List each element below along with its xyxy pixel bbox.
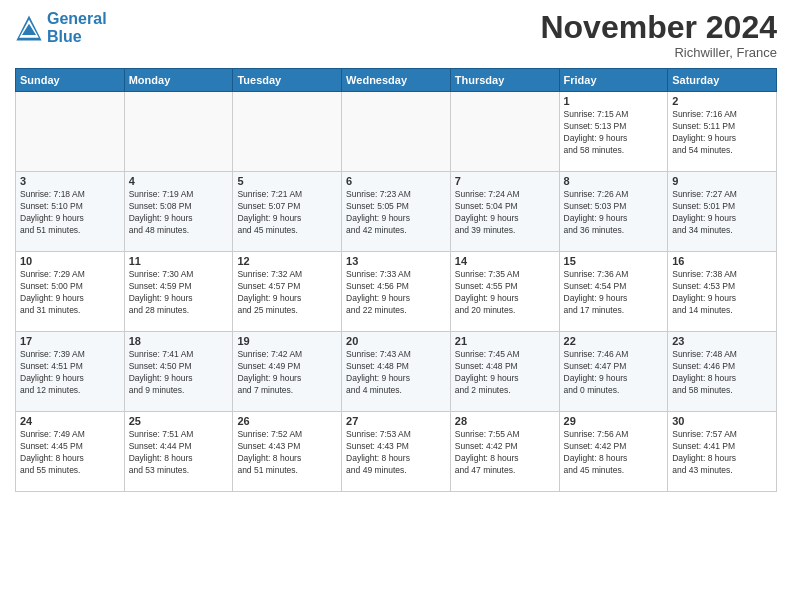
calendar-cell: 14Sunrise: 7:35 AM Sunset: 4:55 PM Dayli… [450, 252, 559, 332]
day-info: Sunrise: 7:39 AM Sunset: 4:51 PM Dayligh… [20, 349, 120, 397]
calendar-cell: 23Sunrise: 7:48 AM Sunset: 4:46 PM Dayli… [668, 332, 777, 412]
calendar-week-row: 10Sunrise: 7:29 AM Sunset: 5:00 PM Dayli… [16, 252, 777, 332]
calendar-cell: 8Sunrise: 7:26 AM Sunset: 5:03 PM Daylig… [559, 172, 668, 252]
calendar-cell: 3Sunrise: 7:18 AM Sunset: 5:10 PM Daylig… [16, 172, 125, 252]
calendar-cell: 21Sunrise: 7:45 AM Sunset: 4:48 PM Dayli… [450, 332, 559, 412]
calendar-cell: 17Sunrise: 7:39 AM Sunset: 4:51 PM Dayli… [16, 332, 125, 412]
day-info: Sunrise: 7:45 AM Sunset: 4:48 PM Dayligh… [455, 349, 555, 397]
logo-line1: General [47, 10, 107, 27]
calendar-cell: 30Sunrise: 7:57 AM Sunset: 4:41 PM Dayli… [668, 412, 777, 492]
day-info: Sunrise: 7:30 AM Sunset: 4:59 PM Dayligh… [129, 269, 229, 317]
day-number: 22 [564, 335, 664, 347]
day-number: 18 [129, 335, 229, 347]
day-number: 1 [564, 95, 664, 107]
calendar-week-row: 24Sunrise: 7:49 AM Sunset: 4:45 PM Dayli… [16, 412, 777, 492]
calendar-week-row: 3Sunrise: 7:18 AM Sunset: 5:10 PM Daylig… [16, 172, 777, 252]
calendar-cell: 11Sunrise: 7:30 AM Sunset: 4:59 PM Dayli… [124, 252, 233, 332]
day-info: Sunrise: 7:29 AM Sunset: 5:00 PM Dayligh… [20, 269, 120, 317]
day-number: 29 [564, 415, 664, 427]
day-number: 28 [455, 415, 555, 427]
weekday-header: Friday [559, 69, 668, 92]
day-info: Sunrise: 7:56 AM Sunset: 4:42 PM Dayligh… [564, 429, 664, 477]
day-info: Sunrise: 7:27 AM Sunset: 5:01 PM Dayligh… [672, 189, 772, 237]
logo-text: General Blue [47, 10, 107, 45]
day-number: 24 [20, 415, 120, 427]
day-info: Sunrise: 7:21 AM Sunset: 5:07 PM Dayligh… [237, 189, 337, 237]
calendar-cell: 24Sunrise: 7:49 AM Sunset: 4:45 PM Dayli… [16, 412, 125, 492]
calendar-cell: 10Sunrise: 7:29 AM Sunset: 5:00 PM Dayli… [16, 252, 125, 332]
weekday-header: Thursday [450, 69, 559, 92]
calendar-cell [450, 92, 559, 172]
day-info: Sunrise: 7:24 AM Sunset: 5:04 PM Dayligh… [455, 189, 555, 237]
day-number: 27 [346, 415, 446, 427]
calendar-week-row: 1Sunrise: 7:15 AM Sunset: 5:13 PM Daylig… [16, 92, 777, 172]
day-number: 4 [129, 175, 229, 187]
day-number: 6 [346, 175, 446, 187]
day-number: 9 [672, 175, 772, 187]
calendar-cell: 5Sunrise: 7:21 AM Sunset: 5:07 PM Daylig… [233, 172, 342, 252]
logo: General Blue [15, 10, 107, 45]
title-block: November 2024 Richwiller, France [540, 10, 777, 60]
day-number: 3 [20, 175, 120, 187]
day-info: Sunrise: 7:48 AM Sunset: 4:46 PM Dayligh… [672, 349, 772, 397]
calendar-cell: 27Sunrise: 7:53 AM Sunset: 4:43 PM Dayli… [342, 412, 451, 492]
day-number: 15 [564, 255, 664, 267]
day-info: Sunrise: 7:36 AM Sunset: 4:54 PM Dayligh… [564, 269, 664, 317]
weekday-header: Saturday [668, 69, 777, 92]
calendar-cell [16, 92, 125, 172]
calendar-cell [233, 92, 342, 172]
day-number: 21 [455, 335, 555, 347]
day-info: Sunrise: 7:23 AM Sunset: 5:05 PM Dayligh… [346, 189, 446, 237]
day-number: 30 [672, 415, 772, 427]
day-info: Sunrise: 7:52 AM Sunset: 4:43 PM Dayligh… [237, 429, 337, 477]
day-info: Sunrise: 7:19 AM Sunset: 5:08 PM Dayligh… [129, 189, 229, 237]
day-number: 7 [455, 175, 555, 187]
day-info: Sunrise: 7:33 AM Sunset: 4:56 PM Dayligh… [346, 269, 446, 317]
day-info: Sunrise: 7:18 AM Sunset: 5:10 PM Dayligh… [20, 189, 120, 237]
page: General Blue November 2024 Richwiller, F… [0, 0, 792, 612]
day-number: 11 [129, 255, 229, 267]
calendar-cell: 28Sunrise: 7:55 AM Sunset: 4:42 PM Dayli… [450, 412, 559, 492]
calendar-cell: 20Sunrise: 7:43 AM Sunset: 4:48 PM Dayli… [342, 332, 451, 412]
day-number: 13 [346, 255, 446, 267]
calendar-cell: 7Sunrise: 7:24 AM Sunset: 5:04 PM Daylig… [450, 172, 559, 252]
calendar-cell: 9Sunrise: 7:27 AM Sunset: 5:01 PM Daylig… [668, 172, 777, 252]
calendar-cell: 26Sunrise: 7:52 AM Sunset: 4:43 PM Dayli… [233, 412, 342, 492]
logo-icon [15, 14, 43, 42]
calendar-cell: 12Sunrise: 7:32 AM Sunset: 4:57 PM Dayli… [233, 252, 342, 332]
header: General Blue November 2024 Richwiller, F… [15, 10, 777, 60]
day-info: Sunrise: 7:35 AM Sunset: 4:55 PM Dayligh… [455, 269, 555, 317]
day-info: Sunrise: 7:41 AM Sunset: 4:50 PM Dayligh… [129, 349, 229, 397]
weekday-header: Sunday [16, 69, 125, 92]
calendar-cell: 18Sunrise: 7:41 AM Sunset: 4:50 PM Dayli… [124, 332, 233, 412]
weekday-header: Tuesday [233, 69, 342, 92]
day-info: Sunrise: 7:53 AM Sunset: 4:43 PM Dayligh… [346, 429, 446, 477]
calendar-cell: 13Sunrise: 7:33 AM Sunset: 4:56 PM Dayli… [342, 252, 451, 332]
day-number: 20 [346, 335, 446, 347]
day-number: 12 [237, 255, 337, 267]
logo-line2: Blue [47, 28, 107, 46]
calendar-cell: 4Sunrise: 7:19 AM Sunset: 5:08 PM Daylig… [124, 172, 233, 252]
day-number: 19 [237, 335, 337, 347]
day-number: 14 [455, 255, 555, 267]
location: Richwiller, France [540, 45, 777, 60]
calendar-cell: 25Sunrise: 7:51 AM Sunset: 4:44 PM Dayli… [124, 412, 233, 492]
day-info: Sunrise: 7:16 AM Sunset: 5:11 PM Dayligh… [672, 109, 772, 157]
day-number: 8 [564, 175, 664, 187]
calendar-cell: 1Sunrise: 7:15 AM Sunset: 5:13 PM Daylig… [559, 92, 668, 172]
day-number: 26 [237, 415, 337, 427]
calendar-cell: 19Sunrise: 7:42 AM Sunset: 4:49 PM Dayli… [233, 332, 342, 412]
month-title: November 2024 [540, 10, 777, 45]
day-info: Sunrise: 7:55 AM Sunset: 4:42 PM Dayligh… [455, 429, 555, 477]
day-number: 2 [672, 95, 772, 107]
day-info: Sunrise: 7:43 AM Sunset: 4:48 PM Dayligh… [346, 349, 446, 397]
calendar-cell: 16Sunrise: 7:38 AM Sunset: 4:53 PM Dayli… [668, 252, 777, 332]
day-info: Sunrise: 7:26 AM Sunset: 5:03 PM Dayligh… [564, 189, 664, 237]
day-number: 16 [672, 255, 772, 267]
calendar-cell: 2Sunrise: 7:16 AM Sunset: 5:11 PM Daylig… [668, 92, 777, 172]
day-info: Sunrise: 7:57 AM Sunset: 4:41 PM Dayligh… [672, 429, 772, 477]
weekday-header: Monday [124, 69, 233, 92]
day-number: 17 [20, 335, 120, 347]
day-number: 23 [672, 335, 772, 347]
day-info: Sunrise: 7:38 AM Sunset: 4:53 PM Dayligh… [672, 269, 772, 317]
